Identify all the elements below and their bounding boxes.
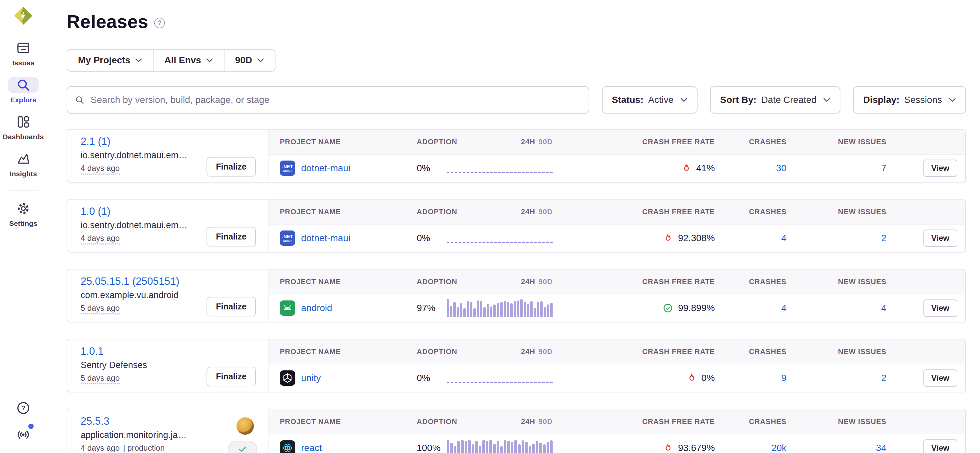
release-card: 25.5.3 application.monitoring.ja… 4 days…: [67, 409, 966, 453]
col-90d[interactable]: 90D: [539, 138, 553, 146]
sidebar-item-dashboards[interactable]: Dashboards: [3, 114, 44, 141]
project-filter-label: My Projects: [78, 55, 130, 66]
col-90d[interactable]: 90D: [539, 208, 553, 216]
release-project-table: PROJECT NAME ADOPTION 24H 90D CRASH FREE…: [269, 339, 965, 392]
fire-icon: [663, 443, 673, 453]
environment-filter-dropdown[interactable]: All Envs: [153, 49, 224, 71]
sidebar-item-settings[interactable]: Settings: [10, 200, 37, 227]
col-90d[interactable]: 90D: [539, 347, 553, 356]
release-version-link[interactable]: 25.05.15.1 (2505151): [81, 275, 179, 288]
release-created[interactable]: 4 days ago: [81, 234, 119, 245]
view-button[interactable]: View: [923, 299, 957, 317]
col-crashes: CRASHES: [715, 347, 786, 356]
sidebar-item-issues[interactable]: Issues: [12, 40, 35, 67]
display-dropdown[interactable]: Display: Sessions: [853, 86, 966, 114]
adoption-chart[interactable]: [447, 159, 553, 177]
org-logo[interactable]: [14, 6, 33, 25]
project-link[interactable]: dotnet-maui: [301, 163, 350, 173]
adoption-chart[interactable]: [447, 229, 553, 247]
col-24h[interactable]: 24H: [521, 138, 535, 146]
new-issues-link[interactable]: 4: [881, 303, 886, 313]
adoption-chart[interactable]: [447, 369, 553, 387]
svg-text:?: ?: [21, 404, 25, 412]
help-icon[interactable]: ?: [16, 401, 30, 416]
project-link[interactable]: unity: [301, 373, 321, 383]
avatar[interactable]: [237, 417, 254, 435]
adoption-value: 0%: [417, 233, 447, 243]
finalize-button[interactable]: Finalize: [207, 367, 256, 386]
chevron-down-icon: [949, 98, 956, 102]
release-created[interactable]: 4 days ago: [81, 443, 119, 453]
project-filter-dropdown[interactable]: My Projects: [67, 49, 153, 71]
release-card: 1.0 (1) io.sentry.dotnet.maui.em… 4 days…: [67, 199, 966, 253]
search-input[interactable]: [67, 86, 589, 114]
project-link[interactable]: dotnet-maui: [301, 233, 350, 243]
table-header: PROJECT NAME ADOPTION 24H 90D CRASH FREE…: [269, 409, 965, 434]
release-version-link[interactable]: 1.0.1: [81, 345, 103, 358]
display-label: Display:: [863, 95, 899, 105]
adoption-chart[interactable]: [447, 299, 553, 317]
col-90d[interactable]: 90D: [539, 417, 553, 426]
release-project-table: PROJECT NAME ADOPTION 24H 90D CRASH FREE…: [269, 130, 965, 182]
release-list: 2.1 (1) io.sentry.dotnet.maui.em… 4 days…: [67, 129, 966, 453]
title-help-icon[interactable]: ?: [154, 17, 165, 28]
project-link[interactable]: react: [301, 443, 322, 453]
release-created[interactable]: 5 days ago: [81, 304, 119, 315]
col-24h[interactable]: 24H: [521, 347, 535, 356]
crashes-link[interactable]: 20k: [772, 443, 786, 453]
release-created[interactable]: 5 days ago: [81, 374, 119, 385]
issues-icon: [16, 40, 31, 56]
table-header: PROJECT NAME ADOPTION 24H 90D CRASH FREE…: [269, 269, 965, 294]
release-version-link[interactable]: 1.0 (1): [81, 205, 111, 218]
adoption-chart[interactable]: [447, 439, 553, 453]
fire-icon: [663, 233, 673, 243]
adoption-value: 0%: [417, 373, 447, 383]
finalized-badge: [228, 441, 257, 453]
status-dropdown[interactable]: Status: Active: [602, 86, 697, 114]
crash-free-rate-value: 99.899%: [678, 303, 715, 313]
new-issues-link[interactable]: 2: [881, 373, 886, 383]
finalize-button[interactable]: Finalize: [207, 157, 256, 176]
view-button[interactable]: View: [923, 159, 957, 177]
finalize-button[interactable]: Finalize: [207, 227, 256, 246]
view-button[interactable]: View: [923, 229, 957, 247]
release-version-link[interactable]: 25.5.3: [81, 415, 109, 428]
crashes-link[interactable]: 30: [776, 163, 786, 173]
release-project-table: PROJECT NAME ADOPTION 24H 90D CRASH FREE…: [269, 200, 965, 252]
release-created[interactable]: 4 days ago: [81, 164, 119, 175]
col-24h[interactable]: 24H: [521, 417, 535, 426]
environment-filter-label: All Envs: [164, 55, 201, 66]
new-issues-link[interactable]: 7: [881, 163, 886, 173]
sidebar-item-insights[interactable]: Insights: [10, 151, 37, 178]
whats-new-icon[interactable]: [16, 428, 30, 443]
new-issues-link[interactable]: 2: [881, 233, 886, 243]
crashes-link[interactable]: 4: [781, 303, 786, 313]
table-header: PROJECT NAME ADOPTION 24H 90D CRASH FREE…: [269, 339, 965, 364]
fire-icon: [686, 373, 697, 383]
release-version-link[interactable]: 2.1 (1): [81, 135, 111, 148]
view-button[interactable]: View: [923, 439, 957, 453]
date-range-dropdown[interactable]: 90D: [224, 49, 275, 71]
crashes-link[interactable]: 9: [781, 373, 786, 383]
check-circle-icon: [663, 303, 673, 313]
col-24h[interactable]: 24H: [521, 208, 535, 216]
col-crashes: CRASHES: [715, 138, 786, 146]
sidebar-item-label: Dashboards: [3, 133, 44, 141]
view-button[interactable]: View: [923, 369, 957, 387]
sidebar-item-label: Settings: [10, 219, 37, 227]
new-issues-link[interactable]: 34: [876, 443, 886, 453]
finalize-button[interactable]: Finalize: [207, 297, 256, 316]
project-link[interactable]: android: [301, 303, 332, 313]
col-90d[interactable]: 90D: [539, 277, 553, 286]
col-24h[interactable]: 24H: [521, 277, 535, 286]
fire-icon: [681, 163, 692, 173]
table-header: PROJECT NAME ADOPTION 24H 90D CRASH FREE…: [269, 200, 965, 224]
release-summary: 25.05.15.1 (2505151) com.example.vu.andr…: [67, 269, 269, 322]
sort-value: Date Created: [761, 95, 817, 105]
col-period: 24H 90D: [447, 347, 553, 356]
crash-free-rate-value: 41%: [696, 163, 715, 173]
page-filter-bar: My Projects All Envs 90D: [67, 49, 275, 72]
sidebar-item-explore[interactable]: Explore: [8, 77, 39, 104]
crashes-link[interactable]: 4: [781, 233, 786, 243]
sort-by-dropdown[interactable]: Sort By: Date Created: [710, 86, 840, 114]
